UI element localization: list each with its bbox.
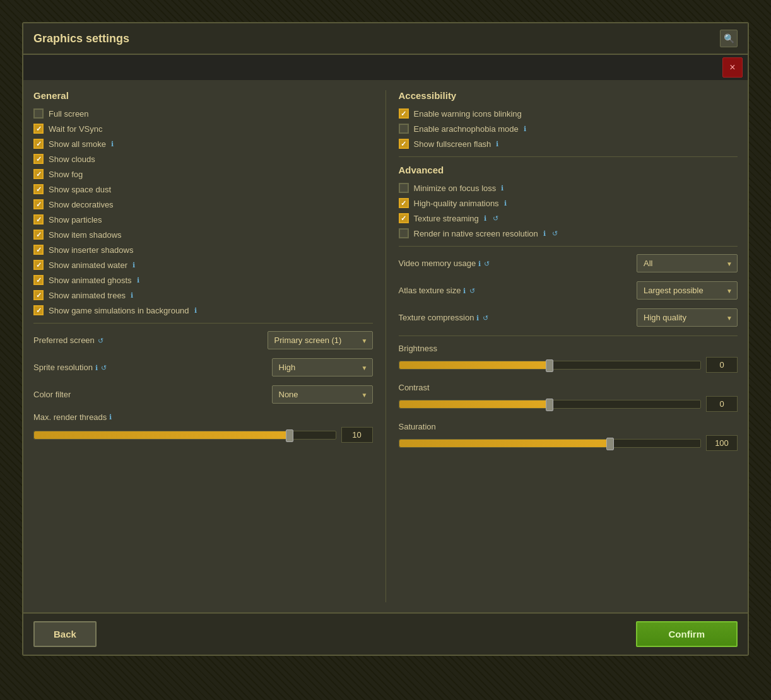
close-button[interactable]: ×: [722, 57, 743, 78]
arachnophobia-info-icon[interactable]: ℹ: [524, 125, 526, 133]
search-icon[interactable]: 🔍: [720, 30, 738, 47]
checkbox-fullscreenflash-box[interactable]: [399, 139, 409, 149]
checkbox-arachnophobia-label: Enable arachnophobia mode: [414, 124, 519, 134]
animghosts-info-icon[interactable]: ℹ: [137, 276, 139, 284]
preferred-screen-refresh-icon[interactable]: ↺: [98, 337, 103, 344]
texstream-refresh-icon[interactable]: ↺: [493, 214, 498, 223]
checkbox-nativeresolution-box[interactable]: [399, 228, 409, 238]
texture-compression-refresh-icon[interactable]: ↺: [483, 314, 488, 322]
checkbox-clouds[interactable]: Show clouds: [33, 154, 373, 164]
checkbox-insertershadows[interactable]: Show inserter shadows: [33, 245, 373, 255]
contrast-track[interactable]: [399, 400, 702, 409]
checkbox-warningblink[interactable]: Enable warning icons blinking: [399, 108, 738, 119]
checkbox-texstream-box[interactable]: [399, 213, 409, 223]
video-memory-info-icon[interactable]: ℹ: [478, 260, 481, 267]
checkbox-focusloss[interactable]: Minimize on focus loss ℹ: [399, 183, 738, 193]
checkbox-itemshadows[interactable]: Show item shadows: [33, 230, 373, 240]
checkbox-smoke-label: Show all smoke: [49, 139, 106, 149]
confirm-button[interactable]: Confirm: [636, 621, 738, 647]
checkbox-particles-box[interactable]: [33, 214, 44, 225]
texstream-info-icon[interactable]: ℹ: [484, 214, 486, 223]
checkbox-decoratives-box[interactable]: [33, 199, 44, 209]
dialog-title: Graphics settings: [33, 32, 129, 45]
smoke-info-icon[interactable]: ℹ: [111, 140, 114, 148]
checkbox-decoratives[interactable]: Show decoratives: [33, 199, 373, 209]
gamesim-info-icon[interactable]: ℹ: [194, 306, 197, 315]
checkbox-vsync[interactable]: Wait for VSync: [33, 124, 373, 134]
checkbox-spacedust[interactable]: Show space dust: [33, 184, 373, 194]
nativeresolution-info-icon[interactable]: ℹ: [543, 230, 546, 238]
checkbox-smoke-box[interactable]: [33, 139, 44, 149]
checkbox-focusloss-box[interactable]: [399, 183, 409, 193]
dialog-header: Graphics settings 🔍: [23, 23, 748, 55]
checkbox-fullscreenflash[interactable]: Show fullscreen flash ℹ: [399, 139, 738, 149]
checkbox-fullscreen[interactable]: Full screen: [33, 108, 373, 119]
checkbox-animghosts[interactable]: Show animated ghosts ℹ: [33, 275, 373, 285]
checkbox-animwater[interactable]: Show animated water ℹ: [33, 260, 373, 270]
checkbox-smoke[interactable]: Show all smoke ℹ: [33, 139, 373, 149]
atlas-texture-refresh-icon[interactable]: ↺: [469, 287, 475, 295]
contrast-thumb[interactable]: [546, 399, 553, 411]
sprite-resolution-dropdown-wrapper: Low Normal High Very High: [272, 358, 373, 376]
nativeresolution-refresh-icon[interactable]: ↺: [552, 230, 558, 238]
checkbox-gamesim-box[interactable]: [33, 305, 44, 315]
checkbox-clouds-box[interactable]: [33, 154, 44, 164]
checkbox-fog-box[interactable]: [33, 169, 44, 179]
checkbox-fog[interactable]: Show fog: [33, 169, 373, 179]
checkbox-arachnophobia-box[interactable]: [399, 124, 409, 134]
brightness-track[interactable]: [399, 361, 702, 370]
checkbox-animwater-box[interactable]: [33, 260, 44, 270]
animwater-info-icon[interactable]: ℹ: [132, 261, 135, 269]
checkbox-animtrees-box[interactable]: [33, 290, 44, 300]
checkbox-hqanims-box[interactable]: [399, 198, 409, 208]
checkbox-decoratives-label: Show decoratives: [49, 200, 114, 209]
checkbox-spacedust-box[interactable]: [33, 184, 44, 194]
render-threads-info-icon[interactable]: ℹ: [109, 413, 112, 421]
atlas-texture-info-icon[interactable]: ℹ: [463, 287, 466, 295]
brightness-thumb[interactable]: [546, 359, 553, 372]
checkbox-particles[interactable]: Show particles: [33, 214, 373, 225]
sprite-resolution-info-icon[interactable]: ℹ: [95, 364, 98, 371]
checkbox-fog-label: Show fog: [49, 170, 83, 179]
dialog-footer: Back Confirm: [23, 612, 748, 655]
render-threads-slider-row: 10: [33, 427, 373, 443]
fullscreenflash-info-icon[interactable]: ℹ: [496, 140, 498, 148]
texture-compression-dropdown[interactable]: High quality Low quality None: [637, 308, 738, 327]
animtrees-info-icon[interactable]: ℹ: [131, 291, 133, 300]
video-memory-dropdown[interactable]: All High Medium Low: [637, 254, 738, 272]
checkbox-vsync-box[interactable]: [33, 124, 44, 134]
checkbox-fullscreen-box[interactable]: [33, 108, 44, 119]
sprite-resolution-refresh-icon[interactable]: ↺: [101, 364, 107, 371]
checkbox-hqanims[interactable]: High-quality animations ℹ: [399, 198, 738, 208]
divider-2: [399, 156, 738, 157]
checkbox-arachnophobia[interactable]: Enable arachnophobia mode ℹ: [399, 124, 738, 134]
render-threads-track[interactable]: [33, 431, 336, 440]
preferred-screen-dropdown[interactable]: Primary screen (1) Secondary screen (2): [268, 331, 373, 349]
checkbox-animtrees[interactable]: Show animated trees ℹ: [33, 290, 373, 300]
advanced-section-title: Advanced: [399, 165, 738, 175]
render-threads-thumb[interactable]: [286, 429, 293, 442]
sprite-resolution-dropdown[interactable]: Low Normal High Very High: [272, 358, 373, 376]
checkbox-texstream[interactable]: Texture streaming ℹ ↺: [399, 213, 738, 223]
color-filter-dropdown[interactable]: None Grayscale Sepia: [272, 385, 373, 404]
back-button[interactable]: Back: [33, 621, 97, 647]
hqanims-info-icon[interactable]: ℹ: [504, 199, 507, 207]
sprite-resolution-row: Sprite resolution ℹ ↺ Low Normal High Ve…: [33, 358, 373, 376]
checkbox-animghosts-box[interactable]: [33, 275, 44, 285]
texture-compression-info-icon[interactable]: ℹ: [476, 314, 479, 322]
video-memory-refresh-icon[interactable]: ↺: [484, 260, 490, 267]
checkbox-insertershadows-box[interactable]: [33, 245, 44, 255]
saturation-track[interactable]: [399, 439, 702, 448]
checkbox-itemshadows-box[interactable]: [33, 230, 44, 240]
checkbox-focusloss-label: Minimize on focus loss: [414, 184, 497, 193]
brightness-label: Brightness: [399, 344, 738, 353]
checkbox-gamesim[interactable]: Show game simulations in background ℹ: [33, 305, 373, 315]
checkbox-fullscreen-label: Full screen: [49, 109, 89, 119]
contrast-value: 0: [706, 396, 738, 412]
general-section-title: General: [33, 90, 373, 101]
focusloss-info-icon[interactable]: ℹ: [501, 184, 503, 192]
atlas-texture-dropdown[interactable]: Largest possible 4096x4096 2048x2048: [637, 281, 738, 300]
saturation-thumb[interactable]: [606, 438, 614, 450]
checkbox-warningblink-box[interactable]: [399, 108, 409, 119]
checkbox-nativeresolution[interactable]: Render in native screen resolution ℹ ↺: [399, 228, 738, 238]
